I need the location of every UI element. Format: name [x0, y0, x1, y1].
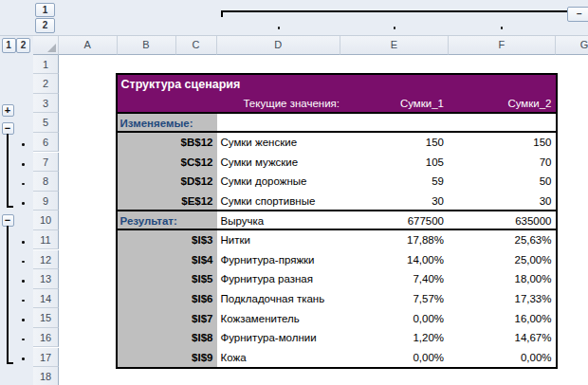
cell-current-value[interactable]: 105: [340, 153, 449, 173]
result-row: $I$6 Подкладочная ткань 7,57% 17,33%: [118, 289, 556, 309]
outline-dot: [22, 358, 25, 360]
cell-scenario-value[interactable]: 150: [449, 133, 556, 153]
cell-name[interactable]: Фурнитура разная: [217, 269, 341, 289]
column-header-a[interactable]: A: [59, 36, 118, 55]
scenario2-header-cell[interactable]: Сумки_2: [449, 94, 556, 112]
column-outline-gutter: 1 2 −: [0, 0, 588, 36]
row-outline-expand-button[interactable]: +: [2, 104, 14, 117]
column-header-g[interactable]: G: [556, 36, 588, 55]
cell-name[interactable]: Сумки дорожные: [217, 172, 341, 192]
cell-current-value[interactable]: 17,88%: [340, 230, 449, 250]
cell-current-value[interactable]: 677500: [340, 211, 449, 229]
cell-scenario-value[interactable]: 30: [449, 192, 556, 210]
current-values-header-cell[interactable]: Текущие значения:: [217, 94, 341, 112]
scenario1-header-cell[interactable]: Сумки_1: [340, 94, 449, 112]
cell-scenario-value[interactable]: 0,00%: [449, 348, 556, 368]
column-header-b[interactable]: B: [118, 36, 176, 55]
select-all-button[interactable]: [33, 36, 59, 55]
cell-ref[interactable]: $I$6: [118, 289, 217, 309]
column-header-e[interactable]: E: [340, 36, 449, 55]
table-title-row: Структура сценария: [118, 75, 556, 95]
row-header-5[interactable]: 5: [33, 113, 59, 133]
cell-ref[interactable]: $I$8: [118, 328, 217, 348]
cell-name[interactable]: Сумки женские: [217, 133, 341, 153]
outline-dot: [22, 143, 25, 146]
cell-scenario-value[interactable]: 17,33%: [449, 289, 556, 309]
column-outline-level-1-button[interactable]: 1: [35, 3, 55, 18]
empty-cell[interactable]: [340, 114, 449, 132]
cell-scenario-value[interactable]: 18,00%: [449, 269, 556, 289]
changing-row: $D$12 Сумки дорожные 59 50: [118, 172, 556, 192]
cell-current-value[interactable]: 14,00%: [340, 250, 449, 270]
row-header-13[interactable]: 13: [33, 269, 59, 289]
outline-dot: [22, 280, 25, 283]
cell-current-value[interactable]: 7,57%: [340, 289, 449, 309]
cell-name[interactable]: Кожа: [217, 348, 341, 368]
changing-cells-section-row: Изменяемые:: [118, 114, 556, 134]
cell-ref[interactable]: $I$9: [118, 348, 217, 368]
column-header-f[interactable]: F: [449, 36, 556, 55]
cell-scenario-value[interactable]: 635000: [449, 211, 556, 229]
cell-scenario-value[interactable]: 25,63%: [449, 230, 556, 250]
cell-current-value[interactable]: 30: [340, 192, 449, 210]
row-header-8[interactable]: 8: [33, 172, 59, 192]
cell-current-value[interactable]: 59: [340, 172, 449, 192]
row-header-1[interactable]: 1: [33, 55, 59, 75]
cell-scenario-value[interactable]: 16,00%: [449, 309, 556, 329]
cell-name[interactable]: Фурнитура-молнии: [217, 328, 341, 348]
row-header-7[interactable]: 7: [33, 153, 59, 173]
cell-name[interactable]: Фурнитура-пряжки: [217, 250, 341, 270]
row-header-18[interactable]: 18: [33, 367, 59, 385]
row-header-12[interactable]: 12: [33, 250, 59, 270]
cell-scenario-value[interactable]: 25,00%: [449, 250, 556, 270]
cell-scenario-value[interactable]: 50: [449, 172, 556, 192]
cell-name[interactable]: Выручка: [217, 211, 341, 229]
cell-current-value[interactable]: 1,20%: [340, 328, 449, 348]
changing-row: $C$12 Сумки мужские 105 70: [118, 153, 556, 173]
changing-cells-label[interactable]: Изменяемые:: [118, 114, 217, 132]
cell-current-value[interactable]: 7,40%: [340, 269, 449, 289]
cell-ref[interactable]: $I$7: [118, 309, 217, 329]
row-header-16[interactable]: 16: [33, 328, 59, 348]
row-header-2[interactable]: 2: [33, 74, 59, 94]
row-header-6[interactable]: 6: [33, 133, 59, 153]
cell-name[interactable]: Подкладочная ткань: [217, 289, 341, 309]
row-outline-collapse-button-changing[interactable]: −: [2, 122, 14, 135]
cell-scenario-value[interactable]: 14,67%: [449, 328, 556, 348]
row-header-14[interactable]: 14: [33, 289, 59, 309]
result-cells-label[interactable]: Результат:: [118, 211, 217, 229]
column-outline-collapse-button[interactable]: −: [567, 7, 588, 22]
cell-ref[interactable]: $B$12: [118, 133, 217, 153]
outline-dot: [22, 300, 25, 302]
empty-cell[interactable]: [217, 114, 341, 132]
row-outline-level-1-button[interactable]: 1: [2, 38, 16, 53]
cell-ref[interactable]: $E$12: [118, 192, 217, 210]
cell-ref[interactable]: $I$4: [118, 250, 217, 270]
row-header-10[interactable]: 10: [33, 211, 59, 230]
cell-name[interactable]: Кожзаменитель: [217, 309, 341, 329]
row-outline-collapse-button-result[interactable]: −: [2, 214, 14, 227]
cell-scenario-value[interactable]: 70: [449, 153, 556, 173]
table-title-cell[interactable]: Структура сценария: [118, 75, 556, 95]
row-outline-level-2-button[interactable]: 2: [16, 38, 30, 53]
row-header-15[interactable]: 15: [33, 308, 59, 328]
cell-ref[interactable]: $C$12: [118, 153, 217, 173]
row-header-9[interactable]: 9: [33, 192, 59, 211]
column-header-c[interactable]: C: [176, 36, 217, 55]
cell-ref[interactable]: $I$3: [118, 230, 217, 250]
cell-current-value[interactable]: 0,00%: [340, 348, 449, 368]
cell-name[interactable]: Нитки: [217, 230, 341, 250]
row-header-17[interactable]: 17: [33, 348, 59, 368]
row-header-11[interactable]: 11: [33, 230, 59, 250]
empty-cell[interactable]: [449, 114, 556, 132]
cell-name[interactable]: Сумки спортивные: [217, 192, 341, 210]
cell-current-value[interactable]: 0,00%: [340, 309, 449, 329]
cell-ref[interactable]: $D$12: [118, 172, 217, 192]
header-spacer-cell[interactable]: [118, 94, 217, 112]
column-header-d[interactable]: D: [217, 36, 341, 55]
row-header-3[interactable]: 3: [33, 94, 59, 114]
column-outline-level-2-button[interactable]: 2: [35, 18, 55, 33]
cell-name[interactable]: Сумки мужские: [217, 153, 341, 173]
cell-ref[interactable]: $I$5: [118, 269, 217, 289]
cell-current-value[interactable]: 150: [340, 133, 449, 153]
